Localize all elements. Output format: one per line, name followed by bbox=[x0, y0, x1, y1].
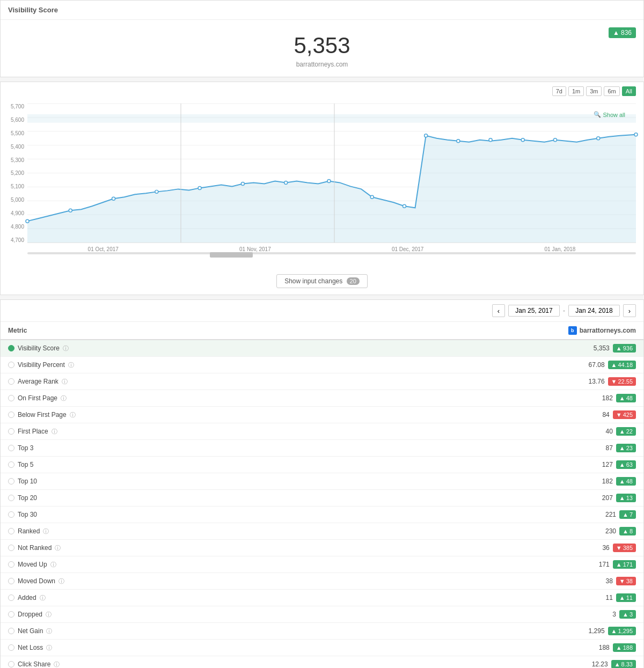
down-arrow-icon: ▼ bbox=[619, 578, 625, 584]
metric-radio[interactable] bbox=[8, 495, 14, 501]
metric-radio[interactable] bbox=[8, 611, 14, 618]
info-icon[interactable]: ⓘ bbox=[61, 394, 67, 402]
show-input-changes-button[interactable]: Show input changes 20 bbox=[276, 274, 368, 288]
domain-icon: b bbox=[568, 326, 577, 335]
table-row[interactable]: Below First Pageⓘ84▼425 bbox=[1, 407, 643, 423]
metric-name-cell: Addedⓘ bbox=[1, 590, 321, 606]
info-icon[interactable]: ⓘ bbox=[70, 411, 76, 419]
table-row[interactable]: Droppedⓘ3▲3 bbox=[1, 606, 643, 623]
metric-radio[interactable] bbox=[8, 644, 14, 651]
info-icon[interactable]: ⓘ bbox=[40, 594, 46, 602]
info-icon[interactable]: ⓘ bbox=[46, 627, 52, 635]
badge-value: 63 bbox=[626, 461, 633, 468]
table-row[interactable]: Top 30221▲7 bbox=[1, 506, 643, 523]
metric-label: Visibility Percent bbox=[18, 361, 65, 369]
info-icon[interactable]: ⓘ bbox=[58, 577, 64, 585]
metric-badge: ▲188 bbox=[613, 643, 636, 652]
info-icon[interactable]: ⓘ bbox=[68, 361, 74, 369]
metric-radio[interactable] bbox=[8, 545, 14, 551]
badge-value: 48 bbox=[626, 395, 633, 401]
range-selector bbox=[27, 249, 636, 257]
metric-radio[interactable] bbox=[8, 395, 14, 401]
metric-radio[interactable] bbox=[8, 461, 14, 468]
table-row[interactable]: Rankedⓘ230▲8 bbox=[1, 523, 643, 540]
metric-radio[interactable] bbox=[8, 528, 14, 534]
table-row[interactable]: Visibility Percentⓘ67.08▲44.18 bbox=[1, 357, 643, 373]
metric-name-cell: Below First Pageⓘ bbox=[1, 407, 321, 423]
metric-badge: ▲8 bbox=[619, 527, 636, 535]
time-3m[interactable]: 3m bbox=[586, 86, 602, 96]
metric-value-cell: 13.76▼22.55 bbox=[321, 373, 643, 390]
range-thumb[interactable] bbox=[210, 252, 253, 258]
metric-name-cell: Net Gainⓘ bbox=[1, 623, 321, 640]
metric-value: 1,295 bbox=[589, 627, 605, 635]
table-row[interactable]: Net Lossⓘ188▲188 bbox=[1, 640, 643, 656]
metric-radio[interactable] bbox=[8, 378, 14, 385]
table-row[interactable]: Average Rankⓘ13.76▼22.55 bbox=[1, 373, 643, 390]
table-row[interactable]: Moved Upⓘ171▲171 bbox=[1, 556, 643, 573]
big-number: 5,353 bbox=[1, 33, 643, 58]
metric-radio[interactable] bbox=[8, 445, 14, 451]
big-number-container: ▲ 836 5,353 barrattorneys.com bbox=[1, 20, 643, 77]
table-row[interactable]: Click Shareⓘ12.23▲8.33 bbox=[1, 656, 643, 669]
metric-radio[interactable] bbox=[8, 345, 14, 351]
metric-radio[interactable] bbox=[8, 478, 14, 485]
metric-radio[interactable] bbox=[8, 628, 14, 634]
info-icon[interactable]: ⓘ bbox=[46, 644, 52, 652]
info-icon[interactable]: ⓘ bbox=[43, 527, 49, 535]
info-icon[interactable]: ⓘ bbox=[62, 378, 68, 386]
info-icon[interactable]: ⓘ bbox=[50, 561, 56, 569]
table-row[interactable]: Top 20207▲13 bbox=[1, 490, 643, 506]
section-header: Visibility Score bbox=[1, 1, 643, 20]
metric-name-cell: Top 5 bbox=[1, 457, 321, 473]
info-icon[interactable]: ⓘ bbox=[54, 660, 60, 669]
table-row[interactable]: Top 5127▲63 bbox=[1, 457, 643, 473]
info-icon[interactable]: ⓘ bbox=[52, 428, 57, 436]
info-icon[interactable]: ⓘ bbox=[63, 344, 69, 353]
metric-label: Added bbox=[18, 594, 36, 601]
metric-label: Top 5 bbox=[18, 461, 33, 468]
info-icon[interactable]: ⓘ bbox=[46, 611, 52, 619]
table-row[interactable]: Moved Downⓘ38▼38 bbox=[1, 573, 643, 590]
metric-radio[interactable] bbox=[8, 561, 14, 568]
table-row[interactable]: On First Pageⓘ182▲48 bbox=[1, 390, 643, 407]
metric-value: 84 bbox=[602, 411, 609, 419]
metric-value: 13.76 bbox=[589, 378, 605, 385]
time-7d[interactable]: 7d bbox=[552, 86, 566, 96]
date-to-input[interactable] bbox=[568, 305, 620, 317]
time-all[interactable]: All bbox=[622, 86, 636, 96]
prev-date-button[interactable]: ‹ bbox=[492, 304, 505, 317]
table-row[interactable]: Net Gainⓘ1,295▲1,295 bbox=[1, 623, 643, 640]
info-icon[interactable]: ⓘ bbox=[55, 544, 61, 552]
metric-name-cell: Moved Upⓘ bbox=[1, 556, 321, 573]
table-row[interactable]: Visibility Scoreⓘ5,353▲936 bbox=[1, 340, 643, 357]
metric-radio[interactable] bbox=[8, 594, 14, 601]
table-row[interactable]: Top 387▲23 bbox=[1, 440, 643, 457]
metric-radio[interactable] bbox=[8, 428, 14, 435]
metric-radio[interactable] bbox=[8, 578, 14, 584]
metric-radio[interactable] bbox=[8, 511, 14, 518]
show-all-link[interactable]: 🔍 Show all bbox=[594, 111, 625, 118]
date-from-input[interactable] bbox=[508, 305, 560, 317]
time-1m[interactable]: 1m bbox=[568, 86, 584, 96]
metric-name-cell: Top 20 bbox=[1, 490, 321, 506]
metric-value-cell: 127▲63 bbox=[321, 457, 643, 473]
metric-radio[interactable] bbox=[8, 412, 14, 418]
table-row[interactable]: Not Rankedⓘ36▼385 bbox=[1, 540, 643, 556]
metric-badge: ▲44.18 bbox=[608, 361, 636, 369]
table-row[interactable]: First Placeⓘ40▲22 bbox=[1, 423, 643, 440]
table-row[interactable]: Top 10182▲48 bbox=[1, 473, 643, 490]
table-row[interactable]: Addedⓘ11▲11 bbox=[1, 590, 643, 606]
svg-point-16 bbox=[155, 190, 158, 193]
time-6m[interactable]: 6m bbox=[604, 86, 619, 96]
metric-radio[interactable] bbox=[8, 362, 14, 368]
metric-badge: ▼22.55 bbox=[608, 377, 636, 386]
metric-name-cell: Droppedⓘ bbox=[1, 606, 321, 623]
up-arrow-icon: ▲ bbox=[619, 478, 625, 485]
up-arrow-icon: ▲ bbox=[623, 528, 628, 534]
metric-name-cell: First Placeⓘ bbox=[1, 423, 321, 440]
badge-value: 425 bbox=[623, 412, 633, 418]
next-date-button[interactable]: › bbox=[623, 304, 636, 317]
metric-name-cell: Top 10 bbox=[1, 473, 321, 490]
metric-radio[interactable] bbox=[8, 661, 14, 667]
